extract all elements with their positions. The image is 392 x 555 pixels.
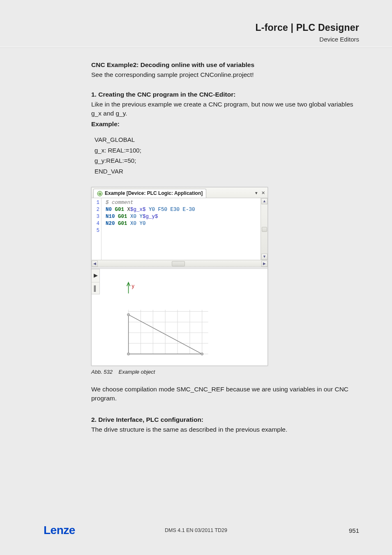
svg-point-15	[127, 353, 130, 355]
svg-text:G: G	[99, 192, 101, 196]
code-line: g_x: REAL:=100;	[95, 145, 359, 156]
code-g: G01	[118, 214, 127, 220]
page-header: L-force | PLC Designer Device Editors	[0, 0, 392, 47]
var-global-code: VAR_GLOBAL g_x: REAL:=100; g_y:REAL:=50;…	[95, 134, 359, 176]
section-text: Like in the previous example we create a…	[91, 100, 359, 118]
horizontal-scrollbar[interactable]: ◀ ▶	[92, 260, 267, 267]
scroll-up-button[interactable]: ▲	[261, 198, 267, 204]
figure-caption: Abb. 532 Example object	[91, 368, 359, 376]
gutter-line: 5	[92, 227, 99, 234]
gutter-line: 4	[92, 220, 99, 227]
code-text-frag: Y0 F50 E30 E-30	[146, 207, 195, 213]
editor-tabbar: G Example [Device: PLC Logic: Applicatio…	[92, 187, 267, 198]
toolpath-plot: y	[92, 269, 267, 365]
scroll-left-button[interactable]: ◀	[92, 261, 98, 267]
gutter-line: 3	[92, 213, 99, 220]
footer-doc-id: DMS 4.1 EN 03/2011 TD29	[0, 527, 392, 533]
tab-menu-button[interactable]: ▾	[254, 190, 259, 196]
editor-tab-label: Example [Device: PLC Logic: Application]	[105, 190, 203, 197]
section-text: The drive structure is the same as descr…	[91, 425, 359, 434]
code-g: G01	[115, 207, 125, 213]
code-area[interactable]: 1 2 3 4 5 $ comment N0 G01 X$g_x$ Y0 F50…	[92, 198, 267, 260]
section-text: See the corresponding sample project CNC…	[91, 70, 359, 79]
code-comment: $ comment	[106, 200, 134, 206]
code-text-frag: X	[124, 207, 130, 213]
code-line: g_y:REAL:=50;	[95, 155, 359, 166]
example-label: Example:	[91, 120, 359, 129]
code-line: END_VAR	[95, 166, 359, 177]
cnc-editor-window: G Example [Device: PLC Logic: Applicatio…	[91, 187, 268, 366]
code-text[interactable]: $ comment N0 G01 X$g_x$ Y0 F50 E30 E-30 …	[101, 198, 261, 260]
svg-point-16	[201, 353, 203, 355]
section-heading-step1: 1. Creating the CNC program in the CNC-E…	[91, 90, 359, 99]
figure-number: Abb. 532	[91, 369, 113, 375]
scroll-thumb[interactable]	[172, 261, 185, 266]
section-text: We choose compilation mode SMC_CNC_REF b…	[91, 385, 359, 403]
tab-close-button[interactable]: ✕	[260, 190, 266, 196]
cnc-program-icon: G	[97, 191, 103, 197]
page-content: CNC Example2: Decoding online with use o…	[0, 47, 392, 434]
section-heading-step2: 2. Drive Interface, PLC configuration:	[91, 415, 359, 424]
code-g: G01	[118, 221, 127, 227]
figure-text: Example object	[119, 369, 155, 375]
line-gutter: 1 2 3 4 5	[92, 198, 101, 260]
section-heading-example2: CNC Example2: Decoding online with use o…	[91, 60, 359, 69]
vertical-scrollbar[interactable]: ▲ ▼	[261, 198, 267, 260]
gutter-line: 2	[92, 206, 99, 213]
header-title: L-force | PLC Designer	[0, 22, 359, 33]
code-line: VAR_GLOBAL	[95, 134, 359, 145]
code-n: N0	[106, 207, 112, 213]
scroll-track[interactable]	[98, 261, 261, 267]
header-subtitle: Device Editors	[0, 36, 359, 43]
code-n: N20	[106, 221, 115, 227]
editor-tab-example[interactable]: G Example [Device: PLC Logic: Applicatio…	[93, 189, 206, 198]
gutter-line: 1	[92, 199, 99, 206]
scroll-thumb[interactable]	[262, 227, 267, 232]
page-footer: Lenze DMS 4.1 EN 03/2011 TD29 951	[0, 524, 392, 537]
code-var: $g_y$	[143, 214, 158, 220]
code-text-frag: X0 Y0	[127, 221, 146, 227]
code-text-frag: X0 Y	[127, 214, 143, 220]
code-n: N10	[106, 214, 115, 220]
code-var: $g_x$	[130, 207, 146, 213]
scroll-down-button[interactable]: ▼	[261, 254, 267, 260]
cnc-preview-pane[interactable]: ▶ ▌	[92, 269, 267, 365]
svg-point-17	[127, 314, 130, 316]
scroll-right-button[interactable]: ▶	[261, 261, 267, 267]
y-axis-label: y	[132, 283, 135, 289]
